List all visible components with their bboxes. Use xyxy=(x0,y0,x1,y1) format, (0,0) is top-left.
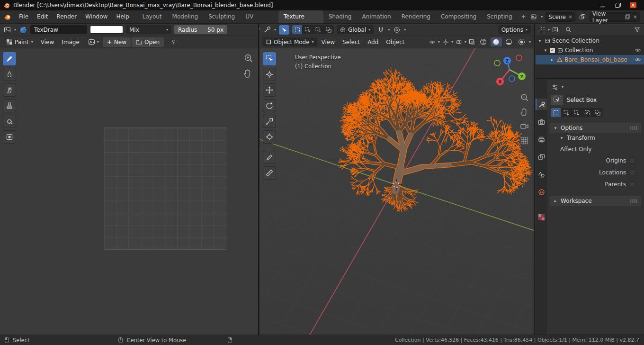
disclosure-icon[interactable]: ▾ xyxy=(543,48,548,53)
vp-camera-icon[interactable] xyxy=(520,122,529,131)
mode-dropdown[interactable]: Object Mode ▾ xyxy=(263,37,317,46)
maximize-button[interactable] xyxy=(614,2,622,9)
vp-ortho-grid-icon[interactable] xyxy=(520,136,529,145)
tab-texture-properties[interactable] xyxy=(536,211,547,223)
tab-render-properties[interactable] xyxy=(536,116,547,127)
vp-menu-view[interactable]: View xyxy=(318,39,338,45)
outliner-display-mode-icon[interactable] xyxy=(551,26,559,34)
parents-checkbox[interactable] xyxy=(630,182,635,187)
tab-view-layer-properties[interactable] xyxy=(536,151,547,163)
add-workspace-button[interactable]: + xyxy=(518,10,530,23)
viewport-canvas[interactable]: Z Y X User Perspective (1) Collection xyxy=(260,48,534,335)
radius-slider[interactable]: Radius 50 px xyxy=(174,25,227,34)
shading-material-button[interactable] xyxy=(503,37,515,46)
select-mode-subtract-button[interactable] xyxy=(313,25,323,34)
menu-file[interactable]: File xyxy=(15,10,33,23)
browse-scene-arrow-icon[interactable]: ▾ xyxy=(541,15,543,19)
tab-layout[interactable]: Layout xyxy=(137,10,167,23)
menu-help[interactable]: Help xyxy=(112,10,133,23)
mode-invert-button[interactable] xyxy=(582,108,592,117)
gizmos-toggle-icon[interactable] xyxy=(441,38,450,46)
tool-measure-button[interactable] xyxy=(263,166,276,180)
select-mode-extend-button[interactable] xyxy=(303,25,313,34)
disclosure-icon[interactable]: ▾ xyxy=(537,38,542,43)
brush-preview-icon[interactable] xyxy=(19,26,27,34)
properties-editor-type-icon[interactable] xyxy=(551,83,559,91)
outliner-search-icon[interactable] xyxy=(564,26,572,34)
minimize-button[interactable] xyxy=(599,2,607,9)
pan-hand-icon[interactable] xyxy=(243,69,254,78)
tool-select-box-button[interactable] xyxy=(263,52,276,65)
blender-app-menu[interactable] xyxy=(0,13,15,20)
tab-texture-paint[interactable]: Texture Paint xyxy=(278,10,323,23)
vp-menu-add[interactable]: Add xyxy=(364,39,382,45)
tool-transform-button[interactable] xyxy=(263,130,276,144)
tab-world-properties[interactable] xyxy=(536,186,547,198)
image-canvas[interactable] xyxy=(0,48,258,335)
disclosure-icon[interactable]: ▸ xyxy=(550,57,555,62)
shading-wireframe-button[interactable] xyxy=(478,37,489,46)
brush-name-field[interactable]: TexDraw xyxy=(30,25,87,34)
image-menu-image[interactable]: Image xyxy=(58,39,83,45)
close-button[interactable] xyxy=(629,2,637,9)
active-tool-tweak-icon[interactable] xyxy=(279,25,289,35)
snap-magnet-icon[interactable] xyxy=(376,26,385,34)
transform-panel-header[interactable]: ▾ Transform xyxy=(550,133,641,143)
mode-extend-button[interactable] xyxy=(561,108,572,117)
vp-menu-select[interactable]: Select xyxy=(339,39,363,45)
workspace-panel-header[interactable]: ▸ Workspace xyxy=(550,196,641,206)
viewport-options-dropdown[interactable]: Options ▾ xyxy=(498,25,531,34)
tool-soften-button[interactable] xyxy=(3,68,16,81)
mode-subtract-button[interactable] xyxy=(572,108,582,117)
remove-view-layer-icon[interactable]: × xyxy=(633,14,637,20)
overlays-toggle-icon[interactable] xyxy=(455,38,463,46)
tab-scripting[interactable]: Scripting xyxy=(482,10,517,23)
select-box-tool-icon[interactable] xyxy=(551,95,563,105)
tool-settings-arrow-icon[interactable]: ▾ xyxy=(274,28,276,32)
vp-pan-hand-icon[interactable] xyxy=(520,108,529,117)
view-layer-selector[interactable]: View Layer × xyxy=(590,12,640,22)
panel-drag-handle[interactable] xyxy=(630,126,638,130)
outliner-filter-icon[interactable] xyxy=(633,26,641,34)
pin-icon[interactable] xyxy=(170,38,178,46)
locations-checkbox[interactable] xyxy=(630,170,635,175)
tool-annotate-button[interactable] xyxy=(263,151,276,164)
outliner-type-arrow-icon[interactable]: ▾ xyxy=(548,28,550,32)
tab-compositing[interactable]: Compositing xyxy=(436,10,482,23)
tool-cursor-button[interactable] xyxy=(263,68,276,81)
shading-rendered-button[interactable] xyxy=(516,37,528,46)
outliner-row-collection[interactable]: ▾ ✓ Collection xyxy=(536,45,644,55)
blend-mode-dropdown[interactable]: Mix ▾ xyxy=(126,25,171,34)
tool-mask-button[interactable] xyxy=(3,130,16,144)
browse-scene-icon[interactable] xyxy=(530,13,538,21)
shading-arrow-icon[interactable]: ▾ xyxy=(529,40,531,44)
tab-output-properties[interactable] xyxy=(536,134,547,145)
panel-drag-handle[interactable] xyxy=(630,199,638,203)
browse-image-icon[interactable] xyxy=(88,38,96,46)
overlays-arrow-icon[interactable]: ▾ xyxy=(465,40,466,44)
tool-draw-button[interactable] xyxy=(3,52,16,65)
navigation-gizmo[interactable]: Z Y X xyxy=(494,55,526,85)
mode-intersect-button[interactable] xyxy=(592,108,603,117)
menu-edit[interactable]: Edit xyxy=(33,10,52,23)
menu-window[interactable]: Window xyxy=(81,10,112,23)
outliner-editor-type-icon[interactable] xyxy=(538,26,547,34)
tab-sculpting[interactable]: Sculpting xyxy=(203,10,240,23)
scene-selector[interactable]: Scene × xyxy=(546,12,575,22)
tool-fill-button[interactable] xyxy=(3,115,16,128)
tool-settings-icon[interactable] xyxy=(263,26,271,34)
tab-animation[interactable]: Animation xyxy=(357,10,396,23)
proportional-edit-icon[interactable] xyxy=(393,26,401,34)
scene-unlink-icon[interactable]: × xyxy=(568,14,572,20)
texture-grid-image[interactable] xyxy=(104,128,226,249)
origins-checkbox[interactable] xyxy=(630,158,635,163)
new-view-layer-icon[interactable] xyxy=(625,14,631,20)
tool-smear-button[interactable] xyxy=(3,83,16,97)
vp-menu-object[interactable]: Object xyxy=(383,39,408,45)
zoom-icon[interactable] xyxy=(243,53,254,64)
object-visibility-icon[interactable] xyxy=(428,38,437,46)
image-editor-type-icon[interactable] xyxy=(3,26,11,34)
collection-visibility-eye-icon[interactable] xyxy=(634,46,642,54)
shading-solid-button[interactable] xyxy=(491,37,502,46)
outliner-row-scene-collection[interactable]: ▾ Scene Collection xyxy=(536,36,644,45)
